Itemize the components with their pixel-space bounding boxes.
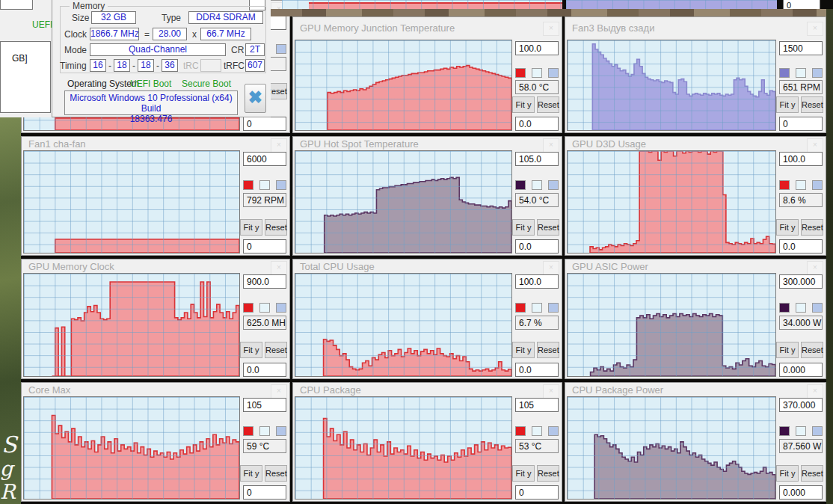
graph-area[interactable] — [295, 273, 512, 377]
series-color-swatch[interactable] — [515, 180, 526, 190]
axis-max-input[interactable]: 1500 — [779, 41, 823, 55]
fit-y-button[interactable]: Fit y — [512, 96, 535, 113]
grid-color-swatch[interactable] — [812, 426, 823, 436]
series-color-swatch[interactable] — [243, 180, 253, 190]
axis-max-input[interactable]: 900.0 — [243, 274, 286, 289]
background-color-swatch[interactable] — [532, 68, 542, 78]
reset-button[interactable]: Reset — [801, 465, 823, 482]
reset-button[interactable]: Reset — [801, 219, 823, 236]
graph-area[interactable] — [567, 273, 776, 377]
grid-color-swatch[interactable] — [548, 303, 559, 313]
fit-y-button[interactable]: Fit y — [512, 342, 535, 358]
fit-y-button[interactable]: Fit y — [776, 342, 799, 358]
axis-min-input[interactable]: 0.0 — [515, 239, 559, 253]
axis-min-input[interactable]: 0 — [243, 239, 286, 253]
grid-color-swatch[interactable] — [812, 303, 823, 313]
fit-y-button[interactable]: Fit y — [240, 342, 262, 358]
series-color-swatch[interactable] — [779, 303, 790, 313]
graph-area[interactable] — [567, 396, 776, 500]
panel-corner-button[interactable]: × — [271, 138, 287, 153]
grid-color-swatch[interactable] — [812, 180, 823, 190]
series-color-swatch[interactable] — [243, 426, 253, 436]
background-color-swatch[interactable] — [796, 68, 806, 78]
axis-max-input[interactable]: 300.000 — [779, 274, 823, 289]
series-color-swatch[interactable] — [515, 303, 526, 313]
background-color-swatch[interactable] — [532, 426, 542, 436]
graph-area[interactable] — [295, 396, 512, 500]
panel-corner-button[interactable]: × — [543, 384, 559, 399]
graph-area[interactable] — [23, 396, 240, 500]
panel-corner-button[interactable]: × — [807, 384, 823, 399]
axis-min-input[interactable]: 0 — [243, 485, 286, 500]
grid-color-swatch[interactable] — [276, 303, 286, 313]
close-button[interactable]: ✖ — [245, 84, 266, 113]
panel-corner-button[interactable]: × — [543, 138, 559, 153]
axis-max-input[interactable]: 105 — [243, 398, 286, 412]
series-color-swatch[interactable] — [243, 303, 253, 313]
axis-min-input[interactable]: 0.000 — [779, 485, 823, 500]
background-color-swatch[interactable] — [796, 303, 806, 313]
panel-corner-button[interactable]: × — [807, 22, 823, 36]
graph-area[interactable] — [567, 150, 776, 253]
reset-button[interactable]: Reset — [265, 465, 287, 482]
grid-color-swatch[interactable] — [548, 426, 559, 436]
background-color-swatch[interactable] — [259, 180, 270, 190]
reset-button[interactable]: Reset — [537, 342, 559, 358]
panel-corner-button[interactable]: × — [807, 261, 823, 275]
series-color-swatch[interactable] — [779, 68, 790, 78]
grid-color-swatch[interactable] — [548, 180, 559, 190]
panel-corner-button[interactable]: × — [543, 22, 559, 36]
axis-max-input[interactable]: 370.000 — [779, 398, 823, 412]
series-color-swatch[interactable] — [515, 426, 526, 436]
info-listbox[interactable]: GB] — [0, 41, 51, 113]
fit-y-button[interactable]: Fit y — [240, 219, 262, 236]
series-color-swatch[interactable] — [515, 68, 526, 78]
grid-color-swatch[interactable] — [548, 68, 559, 78]
background-color-swatch[interactable] — [796, 180, 806, 190]
reset-button[interactable]: Reset — [265, 342, 287, 358]
graph-area[interactable] — [295, 150, 512, 253]
graph-area[interactable] — [23, 273, 240, 377]
grid-color-swatch[interactable] — [276, 426, 286, 436]
axis-min-input[interactable]: 0 — [779, 117, 823, 131]
series-color-swatch[interactable] — [779, 426, 790, 436]
axis-min-input[interactable]: 0 — [515, 485, 559, 500]
reset-button[interactable]: Reset — [537, 465, 559, 482]
axis-max-input[interactable]: 105 — [515, 398, 559, 412]
reset-button[interactable]: Reset — [537, 219, 559, 236]
axis-min-input[interactable]: 0.000 — [779, 363, 823, 377]
axis-max-input[interactable]: 100.0 — [515, 274, 559, 289]
background-color-swatch[interactable] — [259, 426, 270, 436]
panel-corner-button[interactable]: × — [271, 384, 287, 399]
background-color-swatch[interactable] — [796, 426, 806, 436]
fit-y-button[interactable]: Fit y — [512, 219, 535, 236]
axis-max-input[interactable]: 105.0 — [515, 152, 559, 166]
reset-button[interactable]: Reset — [537, 96, 559, 113]
fit-y-button[interactable]: Fit y — [512, 465, 535, 482]
fit-y-button[interactable]: Fit y — [240, 465, 262, 482]
background-color-swatch[interactable] — [532, 180, 542, 190]
panel-corner-button[interactable]: × — [271, 261, 287, 275]
axis-max-input[interactable]: 100.0 — [779, 152, 823, 166]
axis-min-input[interactable]: 0.0 — [515, 117, 559, 131]
fit-y-button[interactable]: Fit y — [776, 96, 799, 113]
axis-min-input[interactable]: 0.0 — [243, 363, 286, 377]
fit-y-button[interactable]: Fit y — [776, 465, 799, 482]
grid-color-swatch[interactable] — [276, 180, 286, 190]
axis-min-input[interactable]: 0.0 — [779, 239, 823, 253]
graph-area[interactable] — [23, 150, 240, 253]
axis-max-input[interactable]: 100.0 — [515, 41, 559, 55]
axis-min-input[interactable]: 0 — [243, 117, 286, 131]
reset-button[interactable]: Reset — [801, 342, 823, 358]
panel-corner-button[interactable]: × — [807, 138, 823, 153]
series-color-swatch[interactable] — [779, 180, 790, 190]
fit-y-button[interactable]: Fit y — [776, 219, 799, 236]
background-color-swatch[interactable] — [259, 303, 270, 313]
axis-max-input[interactable]: 6000 — [243, 152, 286, 166]
grid-color-swatch[interactable] — [812, 68, 823, 78]
reset-button[interactable]: Reset — [265, 219, 287, 236]
panel-corner-button[interactable]: × — [543, 261, 559, 275]
reset-button[interactable]: Reset — [801, 96, 823, 113]
axis-min-input[interactable]: 0.0 — [515, 363, 559, 377]
background-color-swatch[interactable] — [532, 303, 542, 313]
